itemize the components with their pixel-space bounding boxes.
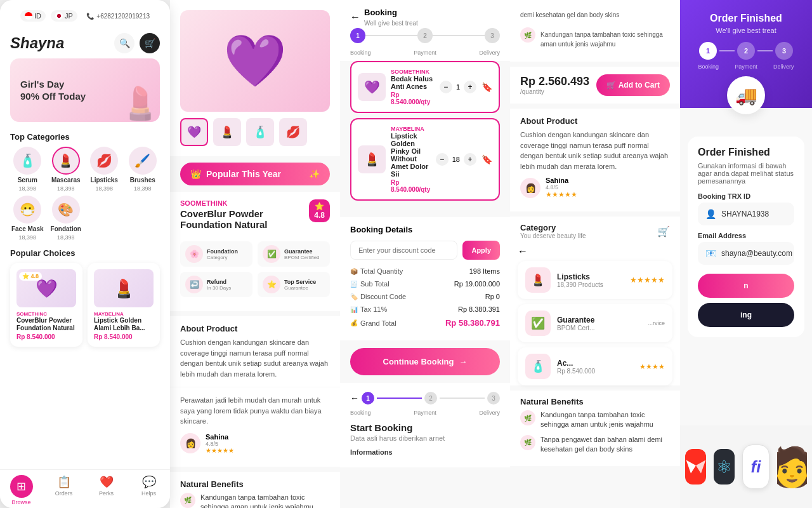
nav-helps[interactable]: 💬 Helps <box>128 475 170 505</box>
qty-minus-1[interactable]: − <box>440 81 452 93</box>
bookmark-icon-1[interactable]: 🔖 <box>481 82 492 92</box>
email-value: shayna@beauty.com <box>721 249 792 258</box>
review-text: Perawatan jadi lebih mudah dan murah unt… <box>180 395 330 427</box>
fondation-icon: 🎨 <box>52 196 80 224</box>
mascaras-count: 18,398 <box>57 185 75 192</box>
booking-items-list: 💜 SOOMETHINK Bedak Halus Anti Acnes Rp 8… <box>340 61 510 212</box>
top-service-sub: Guarantee <box>284 285 316 291</box>
p4-benefit-text-2: Tanpa pengawet dan bahan alami demi kese… <box>540 435 670 455</box>
rating-badge: ⭐ 4.8 <box>309 199 330 222</box>
subtotal-row: 🧾 Sub Total Rp 19.000.000 <box>350 280 500 288</box>
category-serum[interactable]: 🧴 Serum 18,398 <box>10 147 45 192</box>
total-qty-value: 198 Items <box>469 267 500 275</box>
natural-title: Natural Benefits <box>180 479 330 489</box>
trx-id-field: 👤 SHAYNA1938 <box>698 203 794 225</box>
app-header: ID JP 📞 +62821202019213 <box>0 0 170 30</box>
info-label: Informations <box>350 448 500 456</box>
cat-item-lipsticks[interactable]: 💄 Lipsticks 18,390 Products ★★★★★ <box>518 261 672 299</box>
guarantee-icon: ✅ <box>263 245 280 263</box>
booking-item-2: 💄 MAYBELINA Lipstick Golden Pinky Oil Wi… <box>350 118 500 201</box>
thumb-4[interactable]: 💋 <box>279 118 307 146</box>
panel4-category: Category You deserve beauty life 🛒 ← 💄 L… <box>510 217 680 385</box>
total-qty-row: 📦 Total Quantity 198 Items <box>350 267 500 275</box>
back-arrow-cat[interactable]: ← <box>518 246 528 257</box>
subtotal-icon: 🧾 <box>350 281 358 288</box>
booking-item-1: 💜 SOOMETHINK Bedak Halus Anti Acnes Rp 8… <box>350 61 500 113</box>
p4-add-cart-button[interactable]: 🛒 Add to Cart <box>596 74 670 96</box>
thumb-2[interactable]: 💄 <box>213 118 241 146</box>
scroll-text-1: demi kesehatan gel dan body skins <box>520 10 670 20</box>
nav-browse[interactable]: ⊞ Browse <box>0 475 43 505</box>
search-button[interactable]: 🔍 <box>114 33 134 53</box>
category-fondation[interactable]: 🎨 Fondation 18,398 <box>49 196 84 241</box>
order-finished-sub: We'll give best treat <box>690 27 802 34</box>
bookmark-icon-2[interactable]: 🔖 <box>481 154 492 164</box>
promo-banner[interactable]: Girl's Day90% Off Today 💄 <box>10 58 160 122</box>
of-dark-button[interactable]: ing <box>698 303 794 327</box>
choice-card-1[interactable]: 💜 ⭐ 4.8 SOMETHINC CoverBlur Powder Found… <box>10 263 82 347</box>
thumb-3[interactable]: 🧴 <box>246 118 274 146</box>
cart-top-icon[interactable]: 🛒 <box>657 225 670 237</box>
apply-discount-button[interactable]: Apply <box>462 241 500 260</box>
facemask-icon: 😷 <box>13 196 41 224</box>
qty-minus-2[interactable]: − <box>436 153 449 166</box>
mini-line-1 <box>377 398 422 399</box>
of-step-3: 3 <box>775 42 793 60</box>
choice-price-1: Rp 8.540.000 <box>16 333 76 340</box>
orders-label: Orders <box>55 490 73 497</box>
cat-item-ac[interactable]: 🧴 Ac... Rp 8.540.000 ★★★★ <box>518 347 672 385</box>
guarantee-sub: BPOM Certified <box>284 255 320 260</box>
cat-item-guarantee[interactable]: ✅ Guarantee BPOM Cert... ...rvice <box>518 304 672 342</box>
guarantee-label: Guarantee <box>284 248 320 255</box>
brushes-label: Brushes <box>130 177 155 184</box>
progress-steps: 1 2 3 <box>350 28 500 43</box>
p4-benefit-2: 🌿 Tanpa pengawet dan bahan alami demi ke… <box>520 435 670 455</box>
p4-benefit-text-1: Kandungan tanpa tambahan toxic sehingga … <box>540 410 670 430</box>
start-booking-sub: Data asli harus diberikan arnet <box>350 434 500 442</box>
foundation-icon: 🌸 <box>185 245 203 263</box>
choice-card-2[interactable]: 💄 MAYBELINA Lipstick Golden Alami Lebih … <box>88 263 160 347</box>
cart-button[interactable]: 🛒 <box>140 33 160 53</box>
back-icon-booking[interactable]: ← <box>350 393 359 403</box>
discount-input[interactable] <box>350 241 457 260</box>
p4-reviewer-rating: 4.8/5 <box>546 184 577 190</box>
category-facemask[interactable]: 😷 Face Mask 18,398 <box>10 196 45 241</box>
discount-row: Apply <box>350 241 500 260</box>
discount-code-value: Rp 0 <box>485 293 500 300</box>
helps-label: Helps <box>141 490 156 497</box>
step-3-label: Delivery <box>479 50 500 56</box>
of-action-button[interactable]: n <box>698 274 794 298</box>
qty-value-1: 1 <box>456 83 460 91</box>
mini-step-3: 3 <box>487 392 500 404</box>
perks-icon: ❤️ <box>100 475 114 489</box>
facemask-label: Face Mask <box>11 225 44 232</box>
cat-info-lipsticks: Lipsticks 18,390 Products <box>557 272 624 288</box>
p4-benefit-dot-1: 🌿 <box>520 410 535 425</box>
continue-booking-button[interactable]: Continue Booking → <box>350 348 500 375</box>
back-arrow[interactable]: ← <box>350 11 360 23</box>
cat-img-ac: 🧴 <box>525 354 551 379</box>
browse-icon: ⊞ <box>10 475 33 498</box>
order-icon-box: 🚚 <box>727 76 765 114</box>
category-mascaras[interactable]: 💄 Mascaras 18,398 <box>49 147 84 192</box>
booking-progress-sub: Well give best treat <box>364 20 418 27</box>
banner-title: Girl's Day90% Off Today <box>20 78 86 103</box>
cat-stars-ac: ★★★★ <box>639 363 665 371</box>
product-title: CoverBlur Powder Foundation Natural <box>180 208 309 230</box>
category-lipsticks[interactable]: 💋 Lipsticks 18,398 <box>87 147 122 192</box>
qty-plus-1[interactable]: + <box>464 81 476 93</box>
serum-label: Serum <box>18 177 37 184</box>
categories-grid: 🧴 Serum 18,398 💄 Mascaras 18,398 💋 Lipst… <box>0 147 170 246</box>
nav-perks[interactable]: ❤️ Perks <box>85 475 128 505</box>
toxic-dot: 🌿 <box>520 27 535 43</box>
qty-plus-2[interactable]: + <box>464 153 476 166</box>
language-id[interactable]: ID <box>20 10 46 22</box>
nav-orders[interactable]: 📋 Orders <box>43 475 85 505</box>
language-jp[interactable]: JP <box>51 10 77 22</box>
booking-item-info-1: SOOMETHINK Bedak Halus Anti Acnes Rp 8.5… <box>391 69 435 105</box>
category-brushes[interactable]: 🖌️ Brushes 18,398 <box>126 147 160 192</box>
of-dark-label: ing <box>740 311 752 319</box>
thumb-1[interactable]: 💜 <box>180 118 208 146</box>
product-main-image: 💜 <box>180 10 330 112</box>
continue-label: Continue Booking <box>383 357 454 366</box>
